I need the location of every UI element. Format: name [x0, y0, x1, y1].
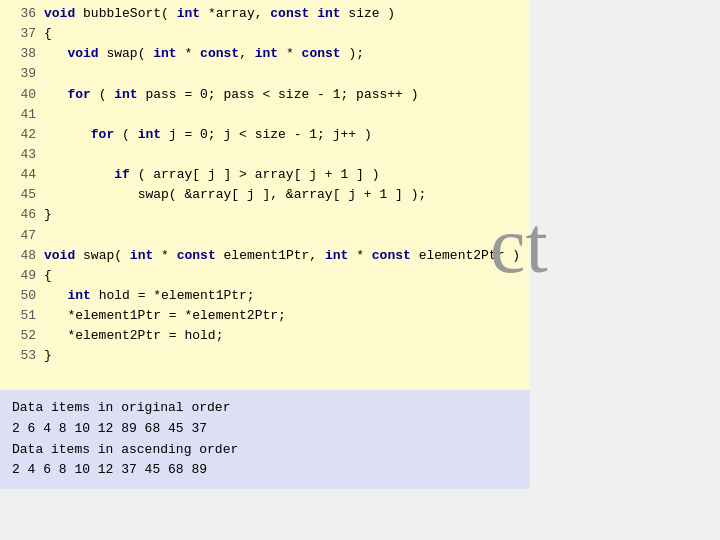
line-number: 53 [8, 346, 36, 366]
line-number: 41 [8, 105, 36, 125]
line-content: } [44, 346, 52, 366]
line-content: { [44, 24, 52, 44]
line-content: } [44, 205, 52, 225]
code-line: 43 [8, 145, 522, 165]
line-content: { [44, 266, 52, 286]
code-line: 38 void swap( int * const, int * const )… [8, 44, 522, 64]
line-number: 48 [8, 246, 36, 266]
line-content: for ( int j = 0; j < size - 1; j++ ) [44, 125, 372, 145]
code-line: 41 [8, 105, 522, 125]
line-number: 47 [8, 226, 36, 246]
code-line: 37{ [8, 24, 522, 44]
line-number: 39 [8, 64, 36, 84]
code-line: 45 swap( &array[ j ], &array[ j + 1 ] ); [8, 185, 522, 205]
line-content: void swap( int * const element1Ptr, int … [44, 246, 520, 266]
line-number: 42 [8, 125, 36, 145]
code-line: 40 for ( int pass = 0; pass < size - 1; … [8, 85, 522, 105]
line-number: 37 [8, 24, 36, 44]
line-content: if ( array[ j ] > array[ j + 1 ] ) [44, 165, 379, 185]
code-line: 51 *element1Ptr = *element2Ptr; [8, 306, 522, 326]
code-line: 39 [8, 64, 522, 84]
line-number: 36 [8, 4, 36, 24]
line-content: for ( int pass = 0; pass < size - 1; pas… [44, 85, 419, 105]
line-number: 40 [8, 85, 36, 105]
code-line: 53} [8, 346, 522, 366]
line-number: 45 [8, 185, 36, 205]
code-line: 36void bubbleSort( int *array, const int… [8, 4, 522, 24]
code-line: 47 [8, 226, 522, 246]
line-number: 38 [8, 44, 36, 64]
code-line: 42 for ( int j = 0; j < size - 1; j++ ) [8, 125, 522, 145]
output-line: 2 4 6 8 10 12 37 45 68 89 [12, 460, 518, 481]
line-content: void bubbleSort( int *array, const int s… [44, 4, 395, 24]
output-line: Data items in ascending order [12, 440, 518, 461]
output-line: 2 6 4 8 10 12 89 68 45 37 [12, 419, 518, 440]
line-number: 50 [8, 286, 36, 306]
output-panel: Data items in original order 2 6 4 8 10 … [0, 390, 530, 489]
code-line: 44 if ( array[ j ] > array[ j + 1 ] ) [8, 165, 522, 185]
line-number: 52 [8, 326, 36, 346]
code-line: 49{ [8, 266, 522, 286]
line-number: 43 [8, 145, 36, 165]
line-content: *element1Ptr = *element2Ptr; [44, 306, 286, 326]
code-panel: 36void bubbleSort( int *array, const int… [0, 0, 530, 390]
code-line: 50 int hold = *element1Ptr; [8, 286, 522, 306]
code-line: 48void swap( int * const element1Ptr, in… [8, 246, 522, 266]
line-number: 51 [8, 306, 36, 326]
output-line: Data items in original order [12, 398, 518, 419]
line-number: 49 [8, 266, 36, 286]
line-content: *element2Ptr = hold; [44, 326, 223, 346]
line-number: 44 [8, 165, 36, 185]
line-content: int hold = *element1Ptr; [44, 286, 255, 306]
code-line: 52 *element2Ptr = hold; [8, 326, 522, 346]
line-content: swap( &array[ j ], &array[ j + 1 ] ); [44, 185, 426, 205]
code-line: 46} [8, 205, 522, 225]
line-content: void swap( int * const, int * const ); [44, 44, 364, 64]
line-number: 46 [8, 205, 36, 225]
